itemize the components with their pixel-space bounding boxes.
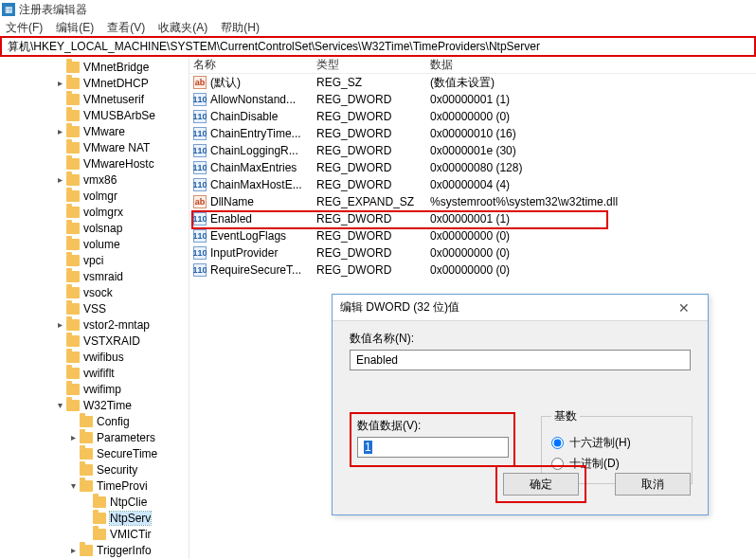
ok-button[interactable]: 确定 bbox=[503, 473, 579, 496]
tree-item[interactable]: volsnap bbox=[0, 220, 189, 236]
chevron-down-icon[interactable]: ▾ bbox=[66, 480, 80, 491]
list-row[interactable]: 110RequireSecureT...REG_DWORD0x00000000 … bbox=[189, 261, 756, 279]
list-row[interactable]: 110ChainDisableREG_DWORD0x00000000 (0) bbox=[189, 108, 756, 125]
tree-item-label: vwififlt bbox=[83, 367, 115, 380]
tree-item[interactable]: ▸VMware bbox=[0, 123, 189, 139]
list-row[interactable]: ab(默认)REG_SZ(数值未设置) bbox=[189, 74, 756, 91]
tree-item-label: VMnetuserif bbox=[83, 93, 144, 106]
chevron-right-icon[interactable]: ▸ bbox=[66, 432, 80, 442]
list-row[interactable]: 110EventLogFlagsREG_DWORD0x00000000 (0) bbox=[189, 227, 756, 244]
chevron-right-icon[interactable]: ▸ bbox=[53, 126, 66, 136]
value-data-field[interactable]: 1 bbox=[357, 437, 509, 458]
chevron-right-icon[interactable]: ▸ bbox=[53, 319, 66, 330]
tree-item-label: Config bbox=[97, 415, 130, 428]
tree-item[interactable]: Config bbox=[0, 413, 189, 429]
tree-item[interactable]: volmgr bbox=[0, 188, 189, 204]
tree-item[interactable]: ▾TimeProvi bbox=[0, 478, 189, 494]
value-name: RequireSecureT... bbox=[210, 263, 301, 277]
tree-item-label: vstor2-mntap bbox=[83, 318, 150, 332]
tree-item[interactable]: VSS bbox=[0, 300, 189, 316]
chevron-right-icon[interactable]: ▸ bbox=[53, 174, 66, 185]
tree-item[interactable]: VMnetBridge bbox=[0, 59, 189, 75]
tree-item[interactable]: vpci bbox=[0, 252, 189, 268]
menu-help[interactable]: 帮助(H) bbox=[221, 20, 260, 36]
chevron-right-icon[interactable]: ▸ bbox=[53, 78, 66, 88]
tree-item[interactable]: vwifibus bbox=[0, 349, 189, 365]
tree-item[interactable]: ▸vstor2-mntap bbox=[0, 316, 189, 333]
menu-edit[interactable]: 编辑(E) bbox=[56, 20, 94, 36]
tree-item[interactable]: VMwareHostc bbox=[0, 155, 189, 171]
tree-item[interactable]: NtpClie bbox=[0, 494, 189, 510]
tree-item[interactable]: VMUSBArbSe bbox=[0, 107, 189, 123]
value-type: REG_DWORD bbox=[316, 212, 430, 225]
tree-item[interactable]: vsmraid bbox=[0, 268, 189, 284]
tree-item[interactable]: VSTXRAID bbox=[0, 333, 189, 349]
value-type: REG_DWORD bbox=[316, 161, 430, 174]
radix-hex-text: 十六进制(H) bbox=[569, 435, 631, 451]
dialog-titlebar[interactable]: 编辑 DWORD (32 位)值 ✕ bbox=[333, 295, 708, 321]
tree-item[interactable]: vsock bbox=[0, 284, 189, 300]
list-row[interactable]: 110InputProviderREG_DWORD0x00000000 (0) bbox=[189, 244, 756, 261]
folder-icon bbox=[66, 335, 80, 347]
value-data: 0x00000000 (0) bbox=[430, 229, 756, 243]
dword-value-icon: 110 bbox=[193, 178, 207, 191]
tree-item[interactable]: VMICTir bbox=[0, 526, 189, 542]
close-icon[interactable]: ✕ bbox=[668, 298, 700, 317]
title-bar: ▦ 注册表编辑器 bbox=[0, 0, 756, 19]
list-row[interactable]: 110EnabledREG_DWORD0x00000001 (1) bbox=[189, 210, 756, 227]
tree-item[interactable]: VMnetuserif bbox=[0, 91, 189, 107]
folder-icon bbox=[80, 480, 93, 492]
value-type: REG_DWORD bbox=[316, 263, 430, 277]
tree-item[interactable]: ▸vmx86 bbox=[0, 171, 189, 188]
tree-item-label: VMware bbox=[83, 125, 125, 138]
folder-icon bbox=[66, 190, 80, 202]
cancel-button[interactable]: 取消 bbox=[615, 473, 691, 496]
chevron-down-icon[interactable]: ▾ bbox=[53, 400, 66, 410]
value-type: REG_EXPAND_SZ bbox=[316, 195, 430, 208]
col-data[interactable]: 数据 bbox=[430, 57, 756, 73]
tree-item-label: vsmraid bbox=[83, 270, 123, 283]
tree-item[interactable]: Security bbox=[0, 461, 189, 478]
value-type: REG_DWORD bbox=[316, 178, 430, 191]
tree-item[interactable]: NtpServ bbox=[0, 510, 189, 526]
tree-item[interactable]: ▸Parameters bbox=[0, 429, 189, 445]
list-row[interactable]: 110AllowNonstand...REG_DWORD0x00000001 (… bbox=[189, 91, 756, 108]
value-name-field[interactable] bbox=[350, 350, 691, 370]
menu-file[interactable]: 文件(F) bbox=[6, 20, 43, 36]
list-row[interactable]: 110ChainEntryTime...REG_DWORD0x00000010 … bbox=[189, 125, 756, 142]
col-name[interactable]: 名称 bbox=[193, 57, 316, 73]
tree-view[interactable]: VMnetBridge▸VMnetDHCPVMnetuserifVMUSBArb… bbox=[0, 57, 189, 559]
col-type[interactable]: 类型 bbox=[316, 57, 430, 73]
radix-hex-option[interactable]: 十六进制(H) bbox=[551, 432, 682, 453]
chevron-right-icon[interactable]: ▸ bbox=[66, 545, 80, 555]
tree-item[interactable]: VMware NAT bbox=[0, 139, 189, 155]
tree-item[interactable]: vwififlt bbox=[0, 365, 189, 381]
tree-item[interactable]: ▸VMnetDHCP bbox=[0, 75, 189, 91]
value-data-group: 数值数据(V): 1 bbox=[350, 412, 515, 467]
folder-icon bbox=[93, 513, 106, 524]
tree-item[interactable]: ▸TriggerInfo bbox=[0, 542, 189, 558]
tree-item-label: volmgrx bbox=[83, 206, 123, 219]
tree-item[interactable]: volmgrx bbox=[0, 204, 189, 220]
tree-item[interactable]: volume bbox=[0, 236, 189, 252]
tree-item-label: SecureTime bbox=[97, 447, 157, 460]
tree-item[interactable]: SecureTime bbox=[0, 445, 189, 461]
tree-item-label: volsnap bbox=[83, 222, 122, 235]
address-bar[interactable]: 算机\HKEY_LOCAL_MACHINE\SYSTEM\CurrentCont… bbox=[0, 36, 756, 57]
list-row[interactable]: 110ChainLoggingR...REG_DWORD0x0000001e (… bbox=[189, 142, 756, 159]
value-data: 0x00000001 (1) bbox=[430, 93, 756, 106]
tree-item-label: VSTXRAID bbox=[83, 334, 140, 348]
folder-icon bbox=[66, 62, 80, 73]
list-row[interactable]: 110ChainMaxEntriesREG_DWORD0x00000080 (1… bbox=[189, 159, 756, 176]
radix-hex-radio[interactable] bbox=[551, 437, 564, 449]
tree-item-label: Security bbox=[97, 463, 137, 477]
tree-item-label: NtpServ bbox=[110, 512, 151, 525]
list-row[interactable]: abDllNameREG_EXPAND_SZ%systemroot%\syste… bbox=[189, 193, 756, 210]
menu-view[interactable]: 查看(V) bbox=[107, 20, 145, 36]
value-data-text: 1 bbox=[364, 441, 372, 454]
tree-item[interactable]: vwifimp bbox=[0, 381, 189, 397]
tree-item[interactable]: ▾W32Time bbox=[0, 397, 189, 413]
list-row[interactable]: 110ChainMaxHostE...REG_DWORD0x00000004 (… bbox=[189, 176, 756, 193]
menu-favorites[interactable]: 收藏夹(A) bbox=[158, 20, 207, 36]
dword-value-icon: 110 bbox=[193, 93, 207, 106]
